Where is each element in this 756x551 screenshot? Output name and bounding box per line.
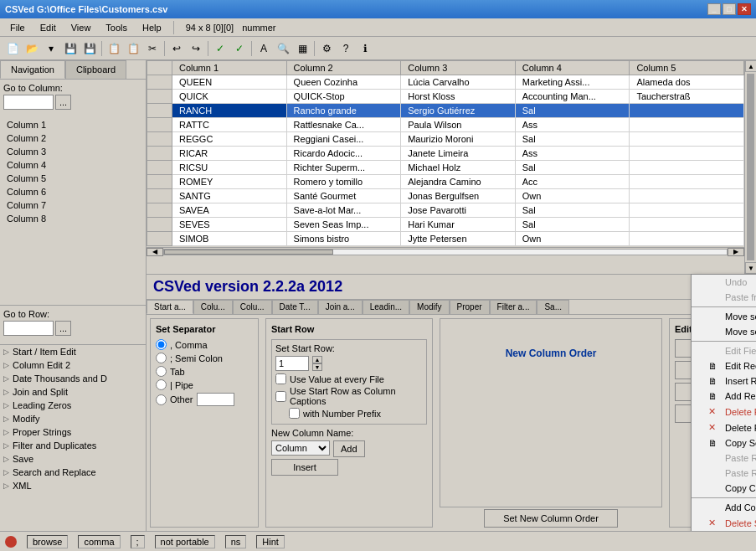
ctx-delete-records[interactable]: ✕ Delete Record(s) (692, 404, 756, 420)
col-header-5[interactable]: Column 5 (630, 61, 744, 75)
col-header-1[interactable]: Column 1 (172, 61, 287, 75)
ctx-delete-columns[interactable]: ✕ Delete Selected Columns (692, 515, 756, 531)
table-cell[interactable]: Rancho grande (286, 104, 401, 118)
close-button[interactable]: ✕ (738, 3, 751, 15)
table-cell[interactable]: Sal (515, 218, 630, 232)
table-cell[interactable]: REGGC (172, 132, 287, 147)
checkbox-captions[interactable]: Use Start Row as Column Captions (275, 386, 423, 406)
table-cell[interactable]: SEVES (172, 218, 287, 232)
table-cell[interactable] (630, 147, 744, 161)
toolbar-saveas[interactable]: 💾 (80, 39, 99, 58)
ctx-edit-field[interactable]: Edit Field in Cell Editor ... (692, 343, 756, 358)
bottom-tab-join[interactable]: Join a... (318, 300, 363, 314)
bottom-tab-col2[interactable]: Colu... (233, 300, 272, 314)
tree-item-save[interactable]: ▷ Save (0, 452, 146, 466)
table-cell[interactable]: SANTG (172, 189, 287, 203)
scroll-up[interactable]: ▲ (745, 60, 756, 72)
table-cell[interactable]: Paula Wilson (401, 118, 516, 132)
tab-clipboard[interactable]: Clipboard (65, 60, 126, 79)
scroll-right[interactable]: ▶ (728, 248, 744, 256)
toolbar-settings[interactable]: ⚙ (317, 39, 336, 58)
vertical-scrollbar[interactable]: ▲ ▼ (744, 60, 756, 274)
table-cell[interactable]: ROMEY (172, 175, 287, 189)
scroll-left[interactable]: ◀ (147, 248, 163, 256)
table-row[interactable]: RANCHRancho grandeSergio GutiérrezSal (147, 104, 744, 118)
table-cell[interactable]: Sal (515, 132, 630, 147)
ctx-move-top[interactable]: Move selected Item(s) to Top (692, 309, 756, 324)
table-cell[interactable]: RICSU (172, 161, 287, 175)
tree-item-xml[interactable]: ▷ XML (0, 479, 146, 492)
column-list-item[interactable]: Column 5 (0, 172, 146, 185)
column-list-item[interactable]: Column 2 (0, 131, 146, 145)
radio-pipe[interactable]: | Pipe (156, 379, 253, 390)
ctx-add-record[interactable]: 🗎 Add Record ... (692, 389, 756, 404)
radio-pipe-input[interactable] (156, 379, 167, 390)
table-cell[interactable] (630, 232, 744, 246)
tree-item-filter[interactable]: ▷ Filter and Duplicates (0, 439, 146, 452)
radio-comma-input[interactable] (156, 339, 167, 350)
column-list-item[interactable]: Column 7 (0, 198, 146, 212)
table-cell[interactable]: Lúcia Carvalho (401, 75, 516, 90)
column-list-item[interactable]: Column 4 (0, 158, 146, 172)
column-list-item[interactable]: Column 1 (0, 118, 146, 131)
table-cell[interactable]: Alameda dos (630, 75, 744, 90)
scroll-thumb[interactable] (747, 74, 754, 260)
bottom-tab-date[interactable]: Date T... (272, 300, 318, 314)
ctx-move-bottom[interactable]: Move selected Item(s) to Bottom (692, 324, 756, 339)
ctx-copy-csv[interactable]: Copy CSV File to Clipboard (692, 481, 756, 496)
column-list-item[interactable]: Column 6 (0, 185, 146, 198)
ctx-insert-record[interactable]: 🗎 Insert Record ... (692, 373, 756, 389)
col-header-2[interactable]: Column 2 (286, 61, 401, 75)
add-col-btn[interactable]: Add (333, 440, 365, 457)
table-cell[interactable]: Sal (515, 104, 630, 118)
table-cell[interactable]: Reggiani Casei... (286, 132, 401, 147)
table-row[interactable]: SANTGSanté GourmetJonas BergulfsenOwn (147, 189, 744, 203)
radio-semicolon-input[interactable] (156, 353, 167, 363)
table-cell[interactable]: Romero y tomillo (286, 175, 401, 189)
table-cell[interactable]: Rattlesnake Ca... (286, 118, 401, 132)
table-cell[interactable]: Simons bistro (286, 232, 401, 246)
bottom-tab-proper[interactable]: Proper (450, 300, 490, 314)
table-cell[interactable]: Sal (515, 161, 630, 175)
tree-item-search[interactable]: ▷ Search and Replace (0, 466, 146, 479)
bottom-tab-leading[interactable]: Leadin... (363, 300, 409, 314)
toolbar-dropdown[interactable]: ▾ (42, 39, 60, 58)
table-row[interactable]: SIMOBSimons bistroJytte PetersenOwn (147, 232, 744, 246)
table-row[interactable]: ROMEYRomero y tomilloAlejandra CaminoAcc (147, 175, 744, 189)
table-cell[interactable]: Marketing Assi... (515, 75, 630, 90)
ctx-undo[interactable]: Undo (692, 275, 756, 290)
goto-column-input[interactable]: 1 (3, 95, 54, 110)
ctx-edit-record[interactable]: 🗎 Edit Record ... (692, 358, 756, 373)
col-header-3[interactable]: Column 3 (401, 61, 516, 75)
table-cell[interactable] (630, 104, 744, 118)
spin-down[interactable]: ▼ (312, 363, 322, 371)
toolbar-redo[interactable]: ↪ (187, 39, 205, 58)
toolbar-save[interactable]: 💾 (61, 39, 80, 58)
ctx-paste-cursor[interactable]: Paste Record(s) at Cursor Pos (692, 451, 756, 466)
table-cell[interactable]: RATTC (172, 118, 287, 132)
tree-item-proper[interactable]: ▷ Proper Strings (0, 425, 146, 439)
table-row[interactable]: SEVESSeven Seas Imp...Hari KumarSal (147, 218, 744, 232)
table-cell[interactable] (630, 189, 744, 203)
table-cell[interactable]: Acc (515, 175, 630, 189)
column-list-item[interactable]: Column 3 (0, 145, 146, 158)
table-cell[interactable]: Queen Cozinha (286, 75, 401, 90)
table-cell[interactable]: Own (515, 232, 630, 246)
menu-help[interactable]: Help (136, 21, 168, 34)
toolbar-cut[interactable]: ✂ (143, 39, 162, 58)
table-row[interactable]: RATTCRattlesnake Ca...Paula WilsonAss (147, 118, 744, 132)
col-header-4[interactable]: Column 4 (515, 61, 630, 75)
table-row[interactable]: REGGCReggiani Casei...Maurizio MoroniSal (147, 132, 744, 147)
toolbar-font[interactable]: A (255, 39, 273, 58)
table-cell[interactable]: Save-a-lot Mar... (286, 203, 401, 218)
table-cell[interactable]: Santé Gourmet (286, 189, 401, 203)
table-cell[interactable] (630, 175, 744, 189)
toolbar-check[interactable]: ✓ (211, 39, 229, 58)
table-cell[interactable]: QUEEN (172, 75, 287, 90)
table-cell[interactable]: Accounting Man... (515, 90, 630, 104)
radio-semicolon[interactable]: ; Semi Colon (156, 353, 253, 363)
horizontal-scrollbar[interactable] (163, 249, 728, 255)
goto-row-input[interactable]: 1 (3, 321, 54, 336)
table-cell[interactable]: SAVEA (172, 203, 287, 218)
table-cell[interactable]: RANCH (172, 104, 287, 118)
